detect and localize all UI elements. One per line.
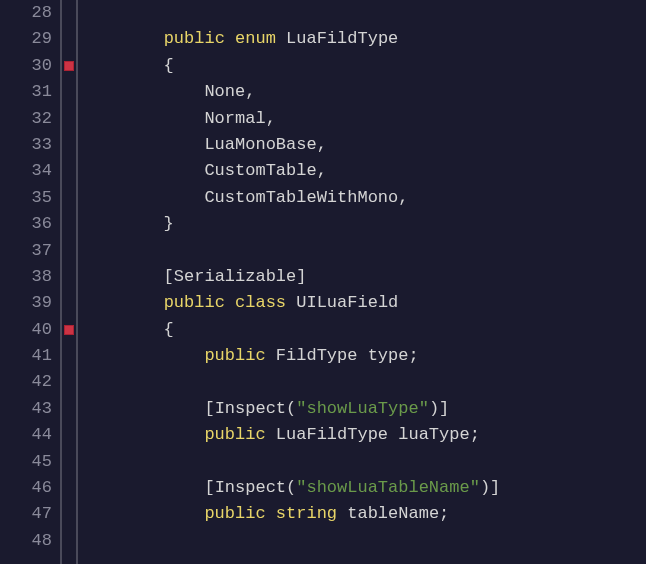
line-number: 42 bbox=[0, 369, 52, 395]
code-area: public enum LuaFildType { None, Normal, … bbox=[78, 0, 646, 564]
line-number: 48 bbox=[0, 528, 52, 554]
code-line[interactable] bbox=[82, 528, 646, 554]
code-token: CustomTableWithMono, bbox=[82, 188, 408, 207]
code-token: tableName; bbox=[337, 504, 449, 523]
code-token: )] bbox=[429, 399, 449, 418]
code-token: [ bbox=[82, 478, 215, 497]
code-token: { bbox=[82, 320, 174, 339]
code-token: CustomTable, bbox=[82, 161, 327, 180]
code-token bbox=[225, 293, 235, 312]
code-line[interactable]: Normal, bbox=[82, 106, 646, 132]
line-number: 47 bbox=[0, 501, 52, 527]
code-line[interactable]: LuaMonoBase, bbox=[82, 132, 646, 158]
code-token bbox=[266, 346, 276, 365]
line-number: 28 bbox=[0, 0, 52, 26]
code-line[interactable]: [Serializable] bbox=[82, 264, 646, 290]
code-line[interactable]: CustomTable, bbox=[82, 158, 646, 184]
code-token bbox=[225, 29, 235, 48]
line-number: 43 bbox=[0, 396, 52, 422]
code-token: { bbox=[82, 56, 174, 75]
line-number: 35 bbox=[0, 185, 52, 211]
fold-column bbox=[62, 0, 76, 564]
code-token: luaType; bbox=[388, 425, 480, 444]
line-number: 33 bbox=[0, 132, 52, 158]
code-line[interactable]: None, bbox=[82, 79, 646, 105]
code-token: [ bbox=[82, 267, 174, 286]
code-line[interactable]: { bbox=[82, 53, 646, 79]
code-token: LuaMonoBase, bbox=[82, 135, 327, 154]
line-number: 30 bbox=[0, 53, 52, 79]
code-line[interactable]: public LuaFildType luaType; bbox=[82, 422, 646, 448]
code-token: public bbox=[204, 504, 265, 523]
code-token: LuaFildType bbox=[276, 425, 388, 444]
code-line[interactable]: public class UILuaField bbox=[82, 290, 646, 316]
code-token: None, bbox=[82, 82, 255, 101]
line-number: 29 bbox=[0, 26, 52, 52]
line-number: 40 bbox=[0, 317, 52, 343]
code-token: Inspect bbox=[215, 478, 286, 497]
code-token: ] bbox=[296, 267, 306, 286]
code-line[interactable] bbox=[82, 369, 646, 395]
code-token: LuaFildType bbox=[286, 29, 398, 48]
code-token: FildType bbox=[276, 346, 358, 365]
code-line[interactable] bbox=[82, 0, 646, 26]
code-token: string bbox=[276, 504, 337, 523]
code-line[interactable]: public FildType type; bbox=[82, 343, 646, 369]
fold-marker[interactable] bbox=[64, 325, 74, 335]
code-token: Serializable bbox=[174, 267, 296, 286]
line-number: 46 bbox=[0, 475, 52, 501]
line-number: 45 bbox=[0, 449, 52, 475]
line-number: 31 bbox=[0, 79, 52, 105]
code-line[interactable]: } bbox=[82, 211, 646, 237]
line-number: 34 bbox=[0, 158, 52, 184]
code-line[interactable] bbox=[82, 238, 646, 264]
code-token: "showLuaTableName" bbox=[296, 478, 480, 497]
code-token: ( bbox=[286, 399, 296, 418]
fold-marker[interactable] bbox=[64, 61, 74, 71]
code-token bbox=[82, 29, 164, 48]
code-token bbox=[82, 504, 204, 523]
code-token: )] bbox=[480, 478, 500, 497]
code-token bbox=[276, 29, 286, 48]
code-token: Normal, bbox=[82, 109, 276, 128]
code-line[interactable]: { bbox=[82, 317, 646, 343]
code-line[interactable] bbox=[82, 449, 646, 475]
code-token: public bbox=[164, 29, 225, 48]
line-number-gutter: 2829303132333435363738394041424344454647… bbox=[0, 0, 60, 564]
code-token: class bbox=[235, 293, 286, 312]
code-token: UILuaField bbox=[296, 293, 398, 312]
code-token bbox=[266, 504, 276, 523]
code-line[interactable]: CustomTableWithMono, bbox=[82, 185, 646, 211]
code-token bbox=[266, 425, 276, 444]
code-token: } bbox=[82, 214, 174, 233]
code-token: enum bbox=[235, 29, 276, 48]
code-token: public bbox=[164, 293, 225, 312]
code-token: [ bbox=[82, 399, 215, 418]
code-token: Inspect bbox=[215, 399, 286, 418]
line-number: 41 bbox=[0, 343, 52, 369]
code-token bbox=[82, 346, 204, 365]
code-token: type; bbox=[357, 346, 418, 365]
code-token: ( bbox=[286, 478, 296, 497]
code-line[interactable]: [Inspect("showLuaType")] bbox=[82, 396, 646, 422]
code-line[interactable]: [Inspect("showLuaTableName")] bbox=[82, 475, 646, 501]
line-number: 39 bbox=[0, 290, 52, 316]
code-token bbox=[82, 293, 164, 312]
code-line[interactable]: public string tableName; bbox=[82, 501, 646, 527]
code-token: public bbox=[204, 346, 265, 365]
line-number: 44 bbox=[0, 422, 52, 448]
line-number: 38 bbox=[0, 264, 52, 290]
line-number: 37 bbox=[0, 238, 52, 264]
code-line[interactable]: public enum LuaFildType bbox=[82, 26, 646, 52]
code-token: "showLuaType" bbox=[296, 399, 429, 418]
line-number: 32 bbox=[0, 106, 52, 132]
code-token bbox=[82, 425, 204, 444]
code-token bbox=[286, 293, 296, 312]
line-number: 36 bbox=[0, 211, 52, 237]
code-token: public bbox=[204, 425, 265, 444]
